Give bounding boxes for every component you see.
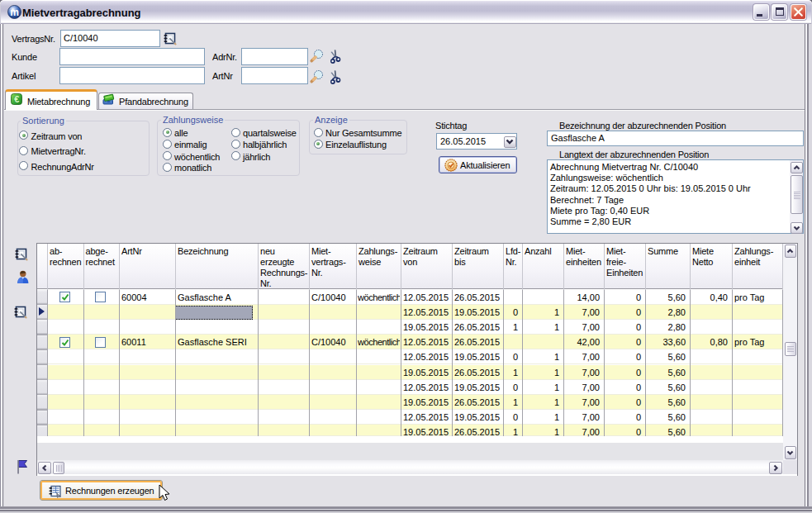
svg-text:€: € — [14, 94, 19, 104]
svg-text:m: m — [10, 7, 19, 18]
